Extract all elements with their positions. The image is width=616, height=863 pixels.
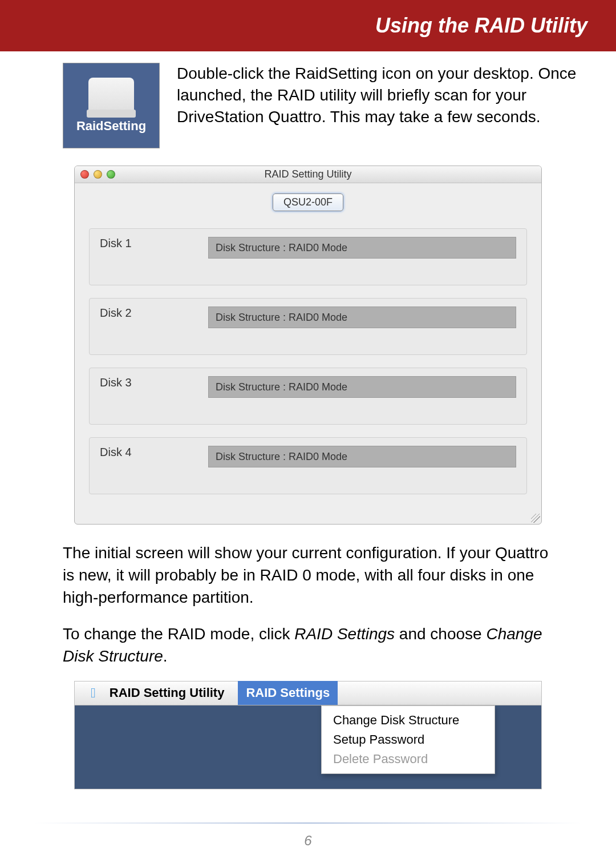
- mac-menubar:  RAID Setting Utility RAID Settings: [75, 681, 541, 705]
- page-title: Using the RAID Utility: [375, 14, 587, 38]
- raid-utility-window: RAID Setting Utility QSU2-00F Disk 1Disk…: [74, 166, 542, 525]
- apple-menu-icon[interactable]: : [91, 685, 96, 701]
- menubar-screenshot:  RAID Setting Utility RAID Settings Cha…: [74, 681, 542, 789]
- disk-panel: Disk 4Disk Structure : RAID0 Mode: [89, 437, 527, 494]
- menu-item[interactable]: Change Disk Structure: [322, 711, 495, 730]
- disk-structure-bar: Disk Structure : RAID0 Mode: [208, 446, 516, 467]
- icon-label: RaidSetting: [76, 119, 146, 134]
- window-title: RAID Setting Utility: [75, 168, 541, 180]
- body-paragraph-2: To change the RAID mode, click RAID Sett…: [63, 623, 553, 667]
- disk-label: Disk 1: [100, 237, 185, 250]
- menu-item[interactable]: Setup Password: [322, 730, 495, 749]
- menu-item: Delete Password: [322, 749, 495, 769]
- disk-panel: Disk 2Disk Structure : RAID0 Mode: [89, 298, 527, 355]
- device-tab[interactable]: QSU2-00F: [273, 193, 343, 211]
- disk-panel: Disk 1Disk Structure : RAID0 Mode: [89, 228, 527, 285]
- resize-grip-icon[interactable]: [531, 514, 540, 523]
- disk-structure-bar: Disk Structure : RAID0 Mode: [208, 237, 516, 259]
- disk-label: Disk 2: [100, 307, 185, 320]
- drive-icon: [88, 78, 134, 112]
- disk-structure-bar: Disk Structure : RAID0 Mode: [208, 376, 516, 398]
- menubar-app-name[interactable]: RAID Setting Utility: [110, 685, 225, 700]
- page-header: Using the RAID Utility: [0, 0, 616, 51]
- menubar-raid-settings[interactable]: RAID Settings: [238, 681, 338, 705]
- raid-settings-dropdown: Change Disk StructureSetup PasswordDelet…: [321, 705, 495, 774]
- disk-label: Disk 4: [100, 446, 185, 459]
- page-number: 6: [0, 833, 616, 849]
- disk-label: Disk 3: [100, 376, 185, 389]
- disk-structure-bar: Disk Structure : RAID0 Mode: [208, 307, 516, 328]
- disk-panel: Disk 3Disk Structure : RAID0 Mode: [89, 368, 527, 425]
- window-titlebar: RAID Setting Utility: [75, 166, 541, 183]
- raidsetting-desktop-icon[interactable]: RaidSetting: [63, 63, 160, 148]
- intro-paragraph: Double-click the RaidSetting icon on you…: [177, 63, 582, 148]
- body-paragraph-1: The initial screen will show your curren…: [63, 542, 553, 609]
